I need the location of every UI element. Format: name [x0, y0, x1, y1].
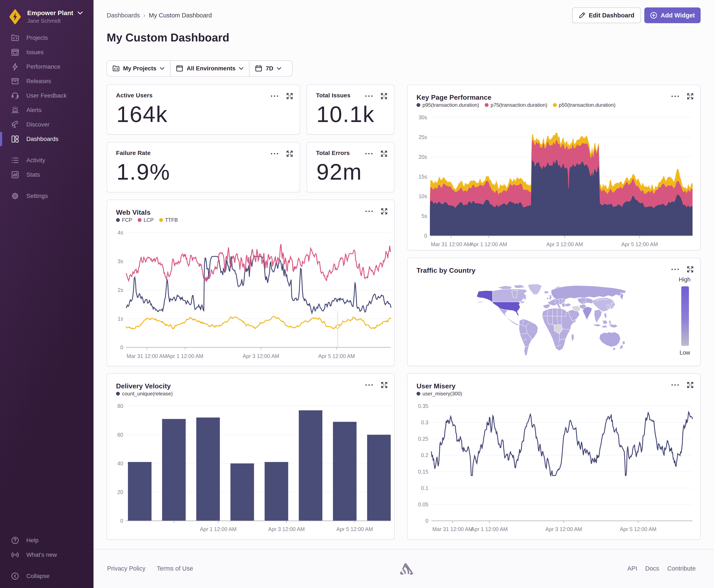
svg-text:0: 0	[426, 518, 428, 524]
svg-text:0.3: 0.3	[421, 419, 428, 425]
svg-text:Apr 5 12:00 AM: Apr 5 12:00 AM	[318, 353, 355, 359]
svg-text:Apr 1 12:00 AM: Apr 1 12:00 AM	[167, 353, 203, 359]
svg-text:80: 80	[117, 403, 123, 409]
svg-text:0.25: 0.25	[418, 436, 428, 442]
svg-text:Apr 1 12:00 AM: Apr 1 12:00 AM	[200, 526, 237, 532]
svg-text:1s: 1s	[118, 316, 123, 322]
svg-text:40: 40	[117, 460, 123, 466]
svg-text:Apr 1 12:00 AM: Apr 1 12:00 AM	[471, 526, 508, 532]
svg-text:Apr 3 12:00 AM: Apr 3 12:00 AM	[268, 526, 305, 532]
svg-text:25s: 25s	[419, 134, 427, 140]
svg-text:Apr 3 12:00 AM: Apr 3 12:00 AM	[545, 526, 582, 532]
svg-text:4s: 4s	[118, 230, 123, 235]
svg-text:0.35: 0.35	[418, 403, 428, 409]
svg-text:0: 0	[120, 518, 123, 524]
svg-text:Mar 31 12:00 AM: Mar 31 12:00 AM	[431, 241, 471, 247]
svg-text:Apr 5 12:00 AM: Apr 5 12:00 AM	[337, 526, 373, 532]
svg-text:3s: 3s	[118, 258, 123, 264]
svg-text:2s: 2s	[118, 287, 123, 293]
svg-text:20s: 20s	[419, 154, 427, 160]
svg-text:15s: 15s	[419, 174, 427, 180]
svg-text:Apr 3 12:00 AM: Apr 3 12:00 AM	[546, 241, 583, 247]
svg-text:Mar 31 12:00 AM: Mar 31 12:00 AM	[127, 353, 167, 359]
svg-text:60: 60	[117, 432, 123, 438]
svg-text:Apr 1 12:00 AM: Apr 1 12:00 AM	[471, 241, 507, 247]
svg-text:10s: 10s	[419, 193, 427, 199]
svg-text:5s: 5s	[421, 213, 427, 219]
svg-text:Apr 5 12:00 AM: Apr 5 12:00 AM	[621, 241, 658, 247]
svg-text:0: 0	[120, 344, 123, 350]
svg-text:Apr 3 12:00 AM: Apr 3 12:00 AM	[243, 353, 279, 359]
svg-text:0.1: 0.1	[421, 485, 428, 491]
svg-text:0.15: 0.15	[418, 469, 428, 475]
svg-text:Mar 31 12:00 AM: Mar 31 12:00 AM	[432, 526, 473, 532]
svg-text:0.05: 0.05	[418, 502, 428, 507]
svg-text:20: 20	[117, 489, 123, 495]
svg-text:0.2: 0.2	[421, 452, 428, 458]
svg-text:Apr 5 12:00 AM: Apr 5 12:00 AM	[620, 526, 656, 532]
svg-text:30s: 30s	[419, 114, 427, 120]
svg-text:0: 0	[424, 233, 427, 239]
